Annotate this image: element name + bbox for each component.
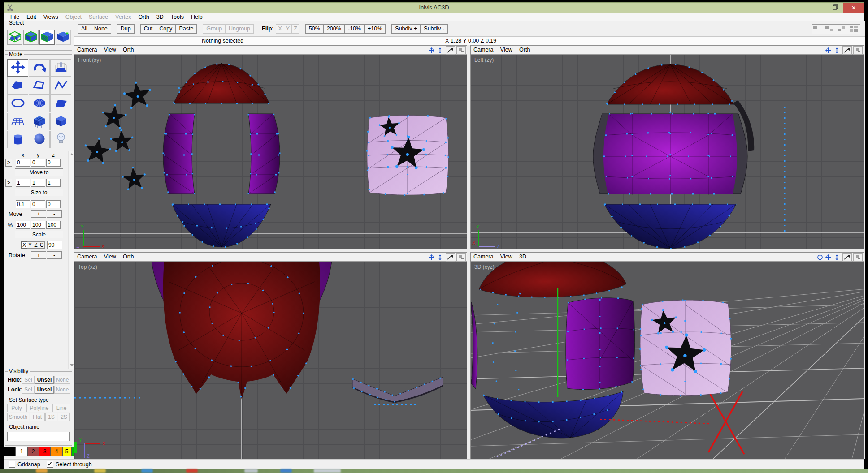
scale-z-input[interactable] [46,221,61,229]
select-through-checkbox[interactable]: Select through [47,461,92,468]
subdiv-minus-button[interactable]: Subdiv - [420,24,448,34]
orbit-icon[interactable] [816,254,824,261]
surface-1s-button[interactable]: 1S [45,413,57,421]
sizeto-x-input[interactable] [16,179,30,187]
pan-icon[interactable] [427,254,436,261]
zoom-icon[interactable] [436,47,444,54]
taskbar-icon[interactable] [314,469,341,473]
viewport-menu-camera[interactable]: Camera [74,47,100,53]
windows-taskbar[interactable] [0,469,868,473]
select-through-checkbox-box[interactable] [47,461,53,468]
minimize-button[interactable]: – [813,3,826,13]
close-button[interactable]: ✕ [843,3,864,13]
taskbar-icon[interactable] [244,469,258,473]
surface-2s-button[interactable]: 2S [58,413,70,421]
viewport-menu-view[interactable]: View [498,254,515,260]
surface-flat-button[interactable]: Flat [30,413,45,421]
surface-poly-button[interactable]: Poly [7,404,26,412]
select-group-mode-button[interactable] [7,30,22,45]
object-name-input[interactable] [7,432,70,441]
select-all-button[interactable]: All [78,24,91,34]
lock-none-button[interactable]: None [54,386,70,394]
palette-swatch-black[interactable] [4,447,16,456]
fit-view-icon[interactable] [446,46,455,55]
flip-z-button[interactable]: Z [291,24,299,34]
zoom-200-button[interactable]: 200% [323,24,345,34]
menu-file[interactable]: File [7,14,23,20]
viewport-3d-canvas[interactable]: 3D (xyz) [471,262,864,459]
zoom-icon[interactable] [436,254,444,261]
palette-swatch-4[interactable]: 4 [51,447,62,456]
mode-polygon-button[interactable] [7,77,28,95]
sizeto-expand-button[interactable]: > [5,179,12,187]
maximize-viewport-icon[interactable] [456,253,466,262]
viewport-menu-view[interactable]: View [498,47,515,53]
maximize-viewport-icon[interactable] [853,253,863,262]
viewport-menu-view[interactable]: View [101,47,119,53]
scale-button[interactable]: Scale [15,231,63,238]
fit-view-icon[interactable] [842,46,852,55]
rotate-axis-x-button[interactable]: X [21,241,27,249]
mode-light-button[interactable] [50,131,71,148]
size-to-button[interactable]: Size to [15,189,63,196]
moveto-x-input[interactable] [16,159,30,167]
surface-line-button[interactable]: Line [52,404,70,412]
move-to-button[interactable]: Move to [15,168,63,176]
menu-orth[interactable]: Orth [135,14,153,20]
mode-sphere-button[interactable] [29,131,50,148]
rotate-plus-button[interactable]: + [31,251,46,259]
moveto-z-input[interactable] [46,159,61,167]
zoom-icon[interactable] [833,254,841,261]
sidebar-scrollbar[interactable] [68,151,74,369]
gridsnap-checkbox[interactable]: Gridsnap [9,461,40,468]
rotate-axis-z-button[interactable]: Z [33,241,39,249]
viewport-front-canvas[interactable]: Front (xy) [74,55,467,249]
rotate-axis-y-button[interactable]: Y [27,241,33,249]
viewport-left-canvas[interactable]: Left (zy) [471,55,864,249]
move-z-input[interactable] [46,200,61,208]
mode-ellipse-button[interactable] [7,95,28,112]
select-surface-mode-button[interactable] [39,30,55,45]
flip-x-button[interactable]: X [276,24,284,34]
taskbar-icon[interactable] [141,469,153,473]
menu-edit[interactable]: Edit [23,14,40,20]
mode-rotate-button[interactable] [29,59,50,77]
mode-polygon-outline-button[interactable] [29,77,50,95]
menu-views[interactable]: Views [40,14,62,20]
scroll-up-icon[interactable] [70,153,74,155]
pan-icon[interactable] [427,47,436,54]
viewport-top-canvas[interactable]: Top (xz) [74,262,467,459]
mode-mesh-button[interactable] [7,113,28,130]
lock-sel-button[interactable]: Sel [22,386,35,394]
pan-icon[interactable] [824,47,833,54]
mode-gridded-cube-button[interactable] [29,113,50,130]
rotate-axis-c-button[interactable]: C [39,241,45,249]
sizeto-y-input[interactable] [31,179,45,187]
layout-single-button[interactable] [812,24,824,34]
viewport-menu-3d[interactable]: 3D [516,254,529,260]
palette-swatch-3[interactable]: 3 [39,447,51,456]
hide-sel-button[interactable]: Sel [22,376,35,384]
pan-icon[interactable] [824,254,833,261]
palette-swatch-6[interactable] [71,447,74,456]
viewport-menu-view[interactable]: View [101,254,119,260]
layout-four-button[interactable] [848,24,860,34]
moveto-y-input[interactable] [31,159,45,167]
move-minus-button[interactable]: - [47,210,62,218]
subdiv-plus-button[interactable]: Subdiv + [391,24,421,34]
hide-none-button[interactable]: None [54,376,70,384]
mode-disk-button[interactable] [29,95,50,112]
surface-smooth-button[interactable]: Smooth [7,413,29,421]
zoom-icon[interactable] [833,47,841,54]
zoom-50-button[interactable]: 50% [305,24,324,34]
move-x-input[interactable] [16,200,30,208]
palette-swatch-5[interactable]: 5 [62,447,71,456]
mode-cylinder-button[interactable] [7,131,28,148]
mode-polyline-button[interactable] [50,77,71,95]
taskbar-icon[interactable] [94,469,106,473]
copy-button[interactable]: Copy [156,24,176,34]
zoom-plus10-button[interactable]: +10% [364,24,386,34]
maximize-viewport-icon[interactable] [456,46,466,55]
lock-unsel-button[interactable]: Unsel [35,386,54,394]
rotate-angle-input[interactable] [47,241,62,249]
